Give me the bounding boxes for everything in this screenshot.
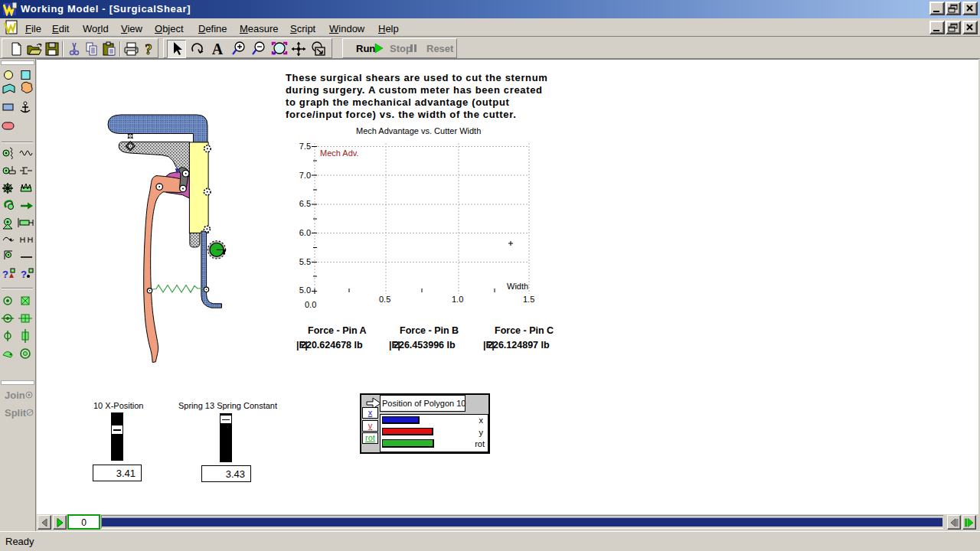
svg-text:A: A	[212, 41, 224, 57]
svg-text:?: ?	[145, 41, 152, 57]
svg-text:?: ?	[21, 269, 27, 280]
svg-text:?: ?	[2, 269, 8, 280]
